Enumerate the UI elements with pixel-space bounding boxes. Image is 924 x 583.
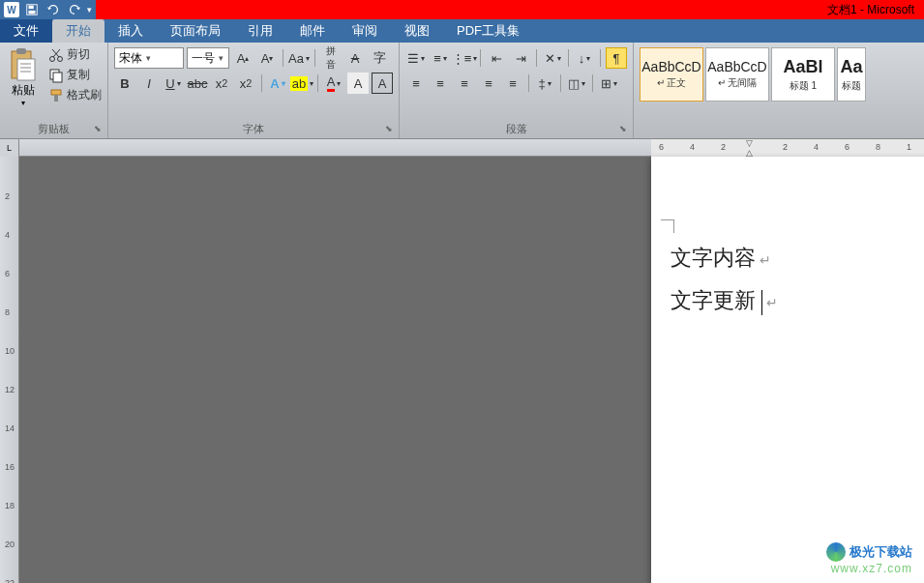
svg-rect-1	[29, 6, 34, 10]
svg-rect-16	[54, 95, 58, 102]
increase-indent-button[interactable]: ⇥	[510, 47, 531, 69]
text-line-2[interactable]: 文字更新	[671, 286, 924, 315]
tab-home[interactable]: 开始	[52, 19, 104, 43]
justify-button[interactable]: ≡	[478, 73, 499, 94]
ribbon-tabs: 文件 开始 插入 页面布局 引用 邮件 审阅 视图 PDF工具集	[0, 19, 924, 43]
decrease-indent-button[interactable]: ⇤	[486, 47, 507, 69]
strikethrough-button[interactable]: abc	[187, 73, 208, 94]
bullet-list-button[interactable]: ☰	[405, 47, 427, 69]
paragraph-group-label: 段落	[403, 121, 629, 136]
style-no-spacing[interactable]: AaBbCcD ↵ 无间隔	[705, 47, 769, 102]
line-spacing-button[interactable]: ‡	[534, 73, 555, 94]
ribbon: 粘贴 ▾ 剪切 复制 格式刷 剪贴板	[0, 43, 924, 139]
style-heading-1[interactable]: AaBl 标题 1	[771, 47, 835, 102]
copy-button[interactable]: 复制	[46, 66, 104, 84]
ruler-corner[interactable]: L	[0, 139, 19, 157]
watermark: 极光下载站 www.xz7.com	[826, 542, 912, 575]
font-color-button[interactable]: A	[323, 73, 344, 94]
sort-button[interactable]: ↓	[574, 47, 595, 69]
paragraph-group: ☰ ≡ ⋮≡ ⇤ ⇥ ✕ ↓ ¶ ≡ ≡ ≡ ≡ ≡ ‡	[400, 43, 634, 138]
svg-rect-2	[29, 11, 36, 15]
superscript-button[interactable]: x2	[235, 73, 256, 94]
subscript-button[interactable]: x2	[211, 73, 232, 94]
horizontal-ruler: L 6 4 2 2 4 6 8 1 ▽ △	[0, 139, 924, 157]
tab-pdf-tools[interactable]: PDF工具集	[443, 19, 533, 43]
margin-corner-icon	[661, 219, 674, 233]
text-cursor	[761, 290, 762, 315]
change-case-button[interactable]: Aa	[288, 47, 310, 69]
shading-button[interactable]: ◫	[566, 73, 587, 94]
app-icon: W	[4, 2, 19, 17]
ruler-scale[interactable]: 6 4 2 2 4 6 8 1 ▽ △	[651, 139, 924, 157]
svg-line-11	[52, 49, 59, 57]
tab-references[interactable]: 引用	[234, 19, 286, 43]
cut-button[interactable]: 剪切	[46, 45, 104, 64]
font-name-select[interactable]: 宋体	[114, 47, 184, 69]
character-border-button[interactable]: A	[372, 73, 393, 94]
clipboard-group-label: 剪贴板	[4, 121, 104, 136]
shrink-font-button[interactable]: A▾	[256, 47, 278, 69]
align-left-button[interactable]: ≡	[405, 73, 427, 94]
watermark-logo-icon	[826, 542, 846, 562]
window-title: 文档1 - Microsoft	[96, 2, 924, 18]
file-tab[interactable]: 文件	[0, 19, 52, 43]
multilevel-list-button[interactable]: ⋮≡	[454, 47, 475, 69]
clear-formatting-button[interactable]: A	[344, 47, 366, 69]
tab-page-layout[interactable]: 页面布局	[157, 19, 234, 43]
format-painter-button[interactable]: 格式刷	[46, 86, 104, 104]
document-page[interactable]: 文字内容 文字更新	[651, 157, 924, 583]
paste-button[interactable]: 粘贴 ▾	[4, 45, 43, 109]
align-center-button[interactable]: ≡	[430, 73, 451, 94]
text-direction-button[interactable]: ✕	[542, 47, 563, 69]
clipboard-group: 粘贴 ▾ 剪切 复制 格式刷 剪贴板	[0, 43, 108, 138]
redo-button[interactable]	[66, 2, 83, 17]
bold-button[interactable]: B	[114, 73, 135, 94]
indent-marker-top-icon[interactable]: ▽	[746, 138, 753, 148]
enclose-characters-button[interactable]: 字	[369, 47, 390, 69]
svg-point-9	[50, 56, 55, 61]
tab-mailings[interactable]: 邮件	[286, 19, 339, 43]
style-heading-2[interactable]: Aa 标题	[837, 47, 866, 102]
text-effects-button[interactable]: A	[267, 73, 288, 94]
qat-customize-icon[interactable]: ▾	[87, 5, 92, 15]
styles-group: AaBbCcD ↵ 正文 AaBbCcD ↵ 无间隔 AaBl 标题 1 Aa …	[634, 43, 924, 138]
character-shading-button[interactable]: A	[347, 73, 369, 94]
svg-line-12	[53, 49, 60, 57]
style-normal[interactable]: AaBbCcD ↵ 正文	[640, 47, 703, 102]
paste-dropdown-icon: ▾	[21, 99, 25, 107]
svg-rect-5	[17, 59, 35, 80]
tab-review[interactable]: 审阅	[339, 19, 391, 43]
phonetic-guide-button[interactable]: 拼音	[320, 47, 342, 69]
tab-view[interactable]: 视图	[391, 19, 443, 43]
svg-rect-14	[53, 73, 62, 82]
paste-label: 粘贴	[12, 82, 35, 99]
align-right-button[interactable]: ≡	[454, 73, 475, 94]
distributed-button[interactable]: ≡	[502, 73, 523, 94]
grow-font-button[interactable]: A▴	[232, 47, 253, 69]
document-viewport[interactable]: 文字内容 文字更新	[19, 157, 924, 583]
text-line-1[interactable]: 文字内容	[671, 244, 924, 273]
font-size-select[interactable]: 一号	[187, 47, 229, 69]
svg-rect-15	[51, 90, 61, 95]
save-button[interactable]	[23, 2, 41, 17]
document-area: 2 4 6 8 10 12 14 16 18 20 22 文字内容 文字更新	[0, 157, 924, 583]
svg-point-10	[58, 56, 63, 61]
undo-button[interactable]	[45, 2, 62, 17]
numbered-list-button[interactable]: ≡	[430, 47, 451, 69]
quick-access-toolbar: W ▾	[0, 0, 96, 19]
italic-button[interactable]: I	[138, 73, 160, 94]
svg-rect-4	[16, 48, 26, 54]
tab-insert[interactable]: 插入	[104, 19, 157, 43]
show-marks-button[interactable]: ¶	[606, 47, 627, 69]
borders-button[interactable]: ⊞	[598, 73, 619, 94]
highlight-button[interactable]: ab	[291, 73, 313, 94]
font-group-label: 字体	[112, 121, 395, 136]
title-bar: W ▾ 文档1 - Microsoft	[0, 0, 924, 19]
font-group: 宋体 一号 A▴ A▾ Aa 拼音 A 字 B I U abc x2 x2 A	[108, 43, 400, 138]
vertical-ruler[interactable]: 2 4 6 8 10 12 14 16 18 20 22	[0, 157, 19, 583]
underline-button[interactable]: U	[163, 73, 184, 94]
